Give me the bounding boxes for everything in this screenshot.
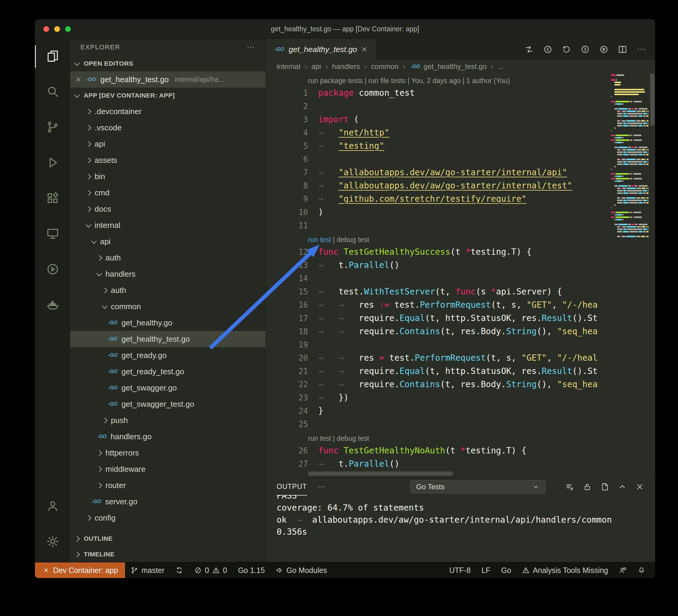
line-number[interactable]: 27 [266,457,318,470]
status-analysis-tools[interactable]: Analysis Tools Missing [517,563,613,578]
tree-file-get_swagger.go[interactable]: get_swagger.go [70,380,265,396]
breadcrumb-item[interactable]: internal [277,62,300,71]
code-line[interactable]: 6 [266,153,612,166]
status-sync[interactable] [170,563,189,578]
minimap[interactable] [611,74,648,478]
tree-folder-push[interactable]: push [70,412,265,428]
line-number[interactable]: 8 [266,179,318,192]
code-line[interactable]: 8→ "allaboutapps.dev/aw/go-starter/inter… [266,179,612,192]
vertical-scrollbar[interactable] [650,74,654,126]
code-line[interactable]: 4→ "net/http" [266,126,612,139]
panel-more-actions-icon[interactable] [317,482,326,491]
tree-folder-internal[interactable]: internal [70,217,265,233]
line-number[interactable]: 23 [266,391,318,404]
code-line[interactable]: 14 [266,272,612,285]
tree-folder-auth[interactable]: auth [70,282,265,298]
status-eol[interactable]: LF [476,563,496,578]
line-number[interactable]: 25 [266,418,318,431]
tree-file-get_ready.go[interactable]: get_ready.go [70,347,265,363]
line-number[interactable]: 4 [266,126,318,139]
code-line[interactable]: 15→ test.WithTestServer(t, func(s *api.S… [266,285,612,298]
tree-folder-common[interactable]: common [70,298,265,315]
tree-folder-httperrors[interactable]: httperrors [70,445,265,461]
more-actions-icon[interactable] [636,45,646,54]
code-line[interactable]: 10) [266,206,612,219]
breadcrumb-item[interactable]: handlers [332,62,360,71]
line-number[interactable]: 13 [266,259,318,272]
code-line[interactable]: 13→ t.Parallel() [266,259,612,272]
run-test-icon[interactable] [599,45,609,54]
timeline-section-header[interactable]: TIMELINE [70,546,265,562]
code-line[interactable]: 17→ → require.Equal(t, http.StatusOK, re… [266,312,612,325]
horizontal-scrollbar[interactable] [308,471,453,476]
code-line[interactable]: 23→ }) [266,391,612,404]
previous-change-icon[interactable] [543,45,553,54]
minimize-window-button[interactable] [54,26,60,32]
activity-search-button[interactable] [35,74,70,110]
code-editor[interactable]: run package tests | run file tests | You… [266,73,655,478]
code-line[interactable]: 7→ "allaboutapps.dev/aw/go-starter/inter… [266,166,612,179]
activity-extensions-button[interactable] [35,181,70,216]
line-number[interactable]: 19 [266,338,318,352]
tree-file-get_ready_test.go[interactable]: get_ready_test.go [70,363,265,380]
revert-change-icon[interactable] [562,45,571,54]
line-number[interactable]: 15 [266,285,318,298]
code-line[interactable]: 22→ → require.Contains(t, res.Body.Strin… [266,378,612,391]
line-number[interactable]: 18 [266,325,318,338]
next-change-icon[interactable] [580,45,590,54]
line-number[interactable]: 20 [266,352,318,365]
tree-folder-config[interactable]: config [70,510,265,526]
tree-file-get_swagger_test.go[interactable]: get_swagger_test.go [70,396,265,412]
code-line[interactable]: 3import ( [266,113,612,126]
code-line[interactable]: 21→ → require.Equal(t, http.StatusOK, re… [266,365,612,378]
toggle-auto-scroll-icon[interactable] [583,482,592,491]
open-editor-item[interactable]: get_healthy_test.go internal/api/ha... [70,71,265,88]
editor-tab[interactable]: get_healthy_test.go [266,39,376,60]
status-go-modules[interactable]: Go Modules [270,563,333,578]
line-number[interactable]: 6 [266,153,318,166]
tree-folder-middleware[interactable]: middleware [70,461,265,477]
line-number[interactable]: 7 [266,166,318,179]
code-line[interactable]: 26func TestGetHealthyNoAuth(t *testing.T… [266,444,612,457]
tree-folder-.devcontainer[interactable]: .devcontainer [70,103,265,120]
line-number[interactable]: 12 [266,245,318,259]
tree-folder-bin[interactable]: bin [70,168,265,184]
tree-folder-api[interactable]: api [70,136,265,152]
activity-run-debug-button[interactable] [35,146,70,181]
code-line[interactable]: 24} [266,404,612,418]
line-number[interactable]: 10 [266,206,318,219]
status-encoding[interactable]: UTF-8 [444,563,476,578]
line-number[interactable]: 14 [266,272,318,285]
code-line[interactable]: 5→ "testing" [266,139,612,153]
breadcrumb-item[interactable]: ... [498,62,504,71]
line-number[interactable]: 24 [266,404,318,418]
code-line[interactable]: 9→ "github.com/stretchr/testify/require" [266,192,612,206]
line-number[interactable]: 21 [266,365,318,378]
status-language-mode[interactable]: Go [496,563,517,578]
tree-folder-.vscode[interactable]: .vscode [70,120,265,136]
status-branch[interactable]: master [125,563,170,578]
line-number[interactable]: 3 [266,113,318,126]
activity-docker-button[interactable] [35,288,70,323]
code-line[interactable]: 25 [266,418,612,431]
line-number[interactable]: 17 [266,312,318,325]
tree-file-handlers.go[interactable]: handlers.go [70,428,265,445]
tab-output[interactable]: OUTPUT [277,478,307,496]
tree-folder-api[interactable]: api [70,233,265,250]
clear-output-icon[interactable] [565,482,574,491]
output-channel-select[interactable]: Go Tests [410,480,545,493]
line-number[interactable]: 11 [266,219,318,232]
tree-file-get_healthy_test.go[interactable]: get_healthy_test.go [70,331,265,347]
status-remote-indicator[interactable]: Dev Container: app [35,563,125,578]
split-editor-icon[interactable] [618,45,627,54]
run-test-link[interactable]: run test [308,232,331,245]
outline-section-header[interactable]: OUTLINE [70,531,265,546]
code-line[interactable]: 20→ → res = test.PerformRequest(t, s, "G… [266,352,612,365]
explorer-more-actions-icon[interactable] [246,43,255,52]
activity-explorer-button[interactable] [35,39,70,74]
code-line[interactable]: 1package common_test [266,86,612,100]
activity-test-explorer-button[interactable] [35,252,70,288]
tree-folder-assets[interactable]: assets [70,152,265,168]
open-editors-header[interactable]: OPEN EDITORS [70,56,265,71]
status-notifications[interactable] [632,563,651,578]
